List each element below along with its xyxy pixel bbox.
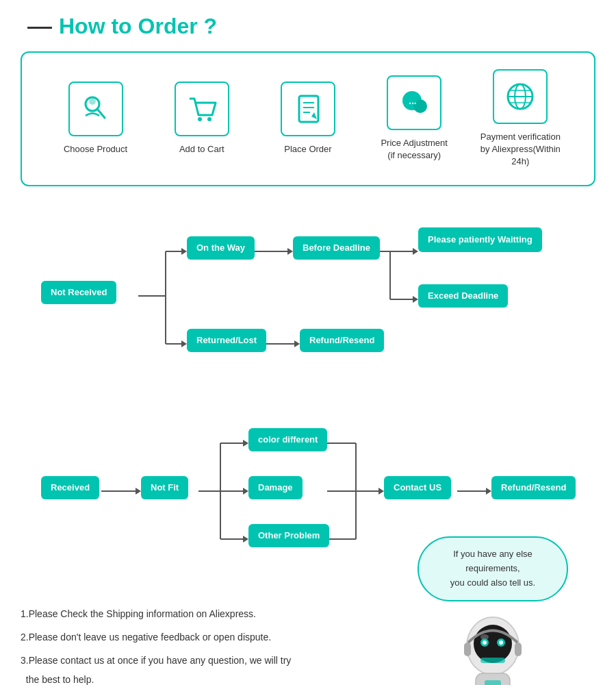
on-the-way-node: On the Way [187, 236, 255, 260]
step-add-to-cart: Add to Cart [154, 82, 250, 155]
page-title: How to Order ? [21, 14, 595, 39]
payment-verification-icon [493, 69, 548, 124]
svg-marker-28 [413, 248, 418, 255]
exceed-deadline-node: Exceed Deadline [418, 284, 508, 308]
add-to-cart-icon [175, 82, 229, 136]
svg-point-65 [499, 640, 503, 645]
svg-point-4 [207, 117, 211, 121]
diagram1-refund-resend-node: Refund/Resend [300, 329, 384, 353]
speech-bubble: If you have any else requirements, you c… [411, 536, 575, 601]
svg-line-1 [97, 109, 105, 118]
title-text: How to Order ? [59, 14, 217, 39]
title-prefix: How to [59, 14, 138, 38]
payment-verification-label: Payment verification by Aliexpress(Withi… [472, 131, 568, 169]
robot-container: If you have any else requirements, you c… [411, 536, 575, 685]
not-fit-node: Not Fit [141, 476, 188, 500]
please-wait-node: Please patiently Waitting [418, 227, 542, 252]
svg-marker-30 [413, 296, 418, 303]
note-2: 2.Please don't leave us negative feedbac… [21, 627, 404, 647]
price-adjustment-icon: ... [387, 75, 441, 130]
diagram1: Not Received On the Way Before Deadline … [34, 214, 595, 378]
diagram2-refund-resend-node: Refund/Resend [491, 476, 576, 500]
notes-text: 1.Please Check the Shipping information … [21, 604, 404, 685]
title-line [27, 27, 52, 29]
other-problem-node: Other Problem [248, 524, 329, 548]
place-order-label: Place Order [284, 143, 331, 155]
damage-node: Damage [248, 476, 303, 500]
received-node: Received [41, 476, 99, 500]
svg-marker-42 [243, 536, 248, 543]
place-order-icon [281, 82, 335, 136]
contact-us-node: Contact US [384, 476, 451, 500]
svg-rect-56 [515, 643, 522, 656]
svg-marker-40 [243, 488, 248, 495]
step-payment-verification: Payment verification by Aliexpress(Withi… [472, 69, 568, 169]
robot-icon [411, 608, 575, 685]
svg-marker-20 [181, 248, 187, 255]
svg-marker-38 [243, 440, 248, 447]
svg-marker-49 [378, 488, 384, 495]
svg-rect-55 [464, 643, 471, 656]
step-price-adjustment: ... Price Adjustment (if necessary) [366, 75, 462, 162]
step-choose-product: Choose Product [48, 82, 144, 155]
svg-text:...: ... [409, 95, 417, 106]
svg-point-64 [483, 640, 487, 645]
note-1: 1.Please Check the Shipping information … [21, 604, 404, 623]
color-different-node: color different [248, 428, 327, 452]
step-place-order: Place Order [260, 82, 356, 155]
choose-product-label: Choose Product [64, 143, 127, 155]
not-received-node: Not Received [41, 281, 116, 305]
svg-point-3 [198, 117, 202, 121]
before-deadline-node: Before Deadline [293, 236, 380, 260]
order-steps-box: Choose Product Add to Cart Place Order [21, 51, 595, 186]
note-3: 3.Please contact us at once if you have … [21, 651, 404, 685]
price-adjustment-label: Price Adjustment (if necessary) [381, 137, 448, 162]
svg-marker-51 [486, 488, 491, 495]
svg-marker-24 [287, 248, 293, 255]
svg-rect-59 [485, 680, 501, 685]
add-to-cart-label: Add to Cart [179, 143, 224, 155]
returned-lost-node: Returned/Lost [187, 329, 266, 353]
title-highlight: Order ? [138, 14, 218, 38]
svg-marker-34 [136, 488, 141, 495]
svg-marker-32 [294, 340, 300, 347]
svg-rect-57 [480, 658, 505, 663]
choose-product-icon [68, 82, 123, 136]
svg-marker-22 [181, 340, 187, 347]
svg-point-2 [89, 98, 96, 105]
notes-section: 1.Please Check the Shipping information … [21, 597, 595, 685]
